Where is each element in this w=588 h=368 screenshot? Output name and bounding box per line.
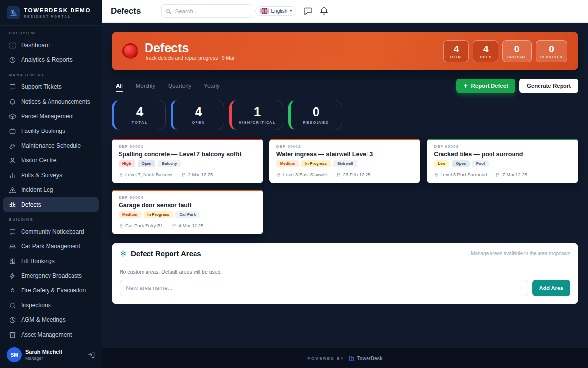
sidebar-item-inspections[interactable]: Inspections	[0, 298, 102, 313]
summary-stats: 4 TOTAL 4 OPEN 1 HIGH/CRITICAL 0 RESOLVE…	[112, 100, 578, 130]
defects-icon	[9, 201, 16, 209]
hero-subtitle: Track defects and repair progress · 9 Ma…	[145, 55, 235, 61]
tab-monthly[interactable]: Monthly	[136, 80, 155, 92]
sidebar-item-maintenance-schedule[interactable]: Maintenance Schedule	[0, 138, 102, 153]
notifications-bell-icon[interactable]	[319, 6, 329, 16]
sidebar-section-items: Community Noticeboard Car Park Managemen…	[0, 224, 102, 342]
agm-icon	[9, 316, 16, 324]
defect-card-def-00001[interactable]: DEF-00001 Spalling concrete — Level 7 ba…	[112, 139, 263, 183]
incident-icon	[9, 186, 16, 194]
defect-card-def-00004[interactable]: DEF-00004 Garage door sensor fault Mediu…	[112, 190, 263, 234]
sidebar-item-parcel-management[interactable]: Parcel Management	[0, 109, 102, 124]
sidebar-item-notices-and-announcements[interactable]: Notices & Announcements	[0, 94, 102, 109]
logout-icon[interactable]	[87, 351, 95, 359]
add-area-button[interactable]: Add Area	[532, 280, 571, 296]
hero-stat-critical: 0 CRITICAL	[502, 40, 532, 62]
defects-hero: Defects Track defects and repair progres…	[112, 32, 578, 70]
card-accent-bar	[112, 139, 263, 140]
sidebar-item-label: Facility Bookings	[21, 128, 65, 134]
sidebar-nav: OVERVIEW Dashboard Analytics & Reports M…	[0, 26, 102, 343]
generate-report-button[interactable]: Generate Report	[519, 79, 578, 93]
sidebar-item-label: Maintenance Schedule	[21, 142, 81, 149]
sidebar-item-incident-log[interactable]: Incident Log	[0, 183, 102, 197]
sidebar-item-facility-bookings[interactable]: Facility Bookings	[0, 124, 102, 138]
sidebar-item-dashboard[interactable]: Dashboard	[0, 38, 102, 53]
sidebar-item-polls-and-surveys[interactable]: Polls & Surveys	[0, 168, 102, 183]
sidebar-item-label: Analytics & Reports	[21, 56, 73, 63]
defect-title: Cracked tiles — pool surround	[434, 151, 571, 158]
sidebar-item-emergency-broadcasts[interactable]: Emergency Broadcasts	[0, 268, 102, 283]
defect-meta: Level 3 Pool Surround 7 Mar 12:25	[434, 172, 571, 177]
plus-icon: +	[464, 82, 467, 89]
hero-stats: 4 TOTAL 4 OPEN 0 CRITICAL 0 RESOLVED	[443, 40, 567, 62]
analytics-icon	[9, 56, 16, 64]
date-flag-icon	[172, 223, 177, 228]
tab-all[interactable]: All	[116, 80, 123, 92]
defect-cards-grid: DEF-00001 Spalling concrete — Level 7 ba…	[112, 139, 578, 234]
app-subtitle: RESIDENT PORTAL	[24, 15, 91, 18]
sidebar-item-community-noticeboard[interactable]: Community Noticeboard	[0, 224, 102, 239]
search-input[interactable]	[161, 4, 251, 18]
sidebar-section-label-management: MANAGEMENT	[0, 67, 102, 79]
defect-badges: High Open Balcony	[119, 160, 256, 167]
summary-stat-label: RESOLVED	[303, 120, 329, 125]
defect-location: Level 3 Pool Surround	[441, 172, 487, 177]
user-profile[interactable]: SM Sarah Mitchell Manager	[0, 343, 102, 368]
status-badge: In Progress	[144, 211, 173, 218]
report-defect-button[interactable]: + Report Defect	[456, 79, 515, 93]
sidebar-item-fire-safety-and-evacuation[interactable]: Fire Safety & Evacuation	[0, 283, 102, 298]
tab-yearly[interactable]: Yearly	[204, 80, 220, 92]
sidebar-item-label: Dashboard	[21, 42, 50, 49]
towerdesk-building-icon	[7, 6, 20, 19]
defect-location-row: Level 3 East Stairwell	[276, 172, 328, 177]
sidebar-item-label: Incident Log	[21, 186, 53, 193]
date-flag-icon	[495, 172, 500, 177]
defect-meta: Level 7, North Balcony 2 Mar 12:25	[119, 172, 256, 177]
app-title: TOWERDESK DEMO	[24, 7, 91, 13]
sidebar-item-agm-and-meetings[interactable]: AGM & Meetings	[0, 313, 102, 327]
defect-title: Garage door sensor fault	[119, 202, 256, 209]
sidebar-item-visitor-centre[interactable]: Visitor Centre	[0, 153, 102, 168]
defect-card-def-00003[interactable]: DEF-00003 Cracked tiles — pool surround …	[427, 139, 578, 183]
defect-title: Water ingress — stairwell Level 3	[276, 151, 414, 158]
topbar: Defects English ▾	[102, 0, 588, 23]
sidebar-item-analytics-and-reports[interactable]: Analytics & Reports	[0, 53, 102, 67]
hero-stat-value: 4	[448, 44, 464, 53]
user-role: Manager	[25, 356, 62, 361]
app-title-block: TOWERDESK DEMO RESIDENT PORTAL	[24, 7, 91, 18]
tab-quarterly[interactable]: Quarterly	[168, 80, 191, 92]
language-selector[interactable]: English ▾	[255, 6, 296, 16]
summary-stat-value: 4	[195, 105, 202, 118]
sidebar-item-defects[interactable]: Defects	[3, 197, 99, 212]
footer: POWERED BY TowerDesk	[102, 348, 588, 368]
hero-title: Defects	[145, 41, 235, 54]
sidebar-item-label: AGM & Meetings	[21, 316, 66, 323]
polls-icon	[9, 172, 16, 179]
messages-icon[interactable]	[303, 6, 313, 16]
new-area-input[interactable]	[120, 280, 528, 296]
towerdesk-logo-icon	[348, 355, 355, 362]
status-badge: Open	[452, 160, 469, 167]
areas-hint: Manage areas available in the area dropd…	[471, 251, 570, 256]
summary-stat-open: 4 OPEN	[171, 100, 224, 130]
defect-date-row: 7 Mar 12:25	[495, 172, 527, 177]
sidebar-item-car-park-management[interactable]: Car Park Management	[0, 239, 102, 254]
sidebar-item-support-tickets[interactable]: Support Tickets	[0, 79, 102, 94]
wrench-icon	[9, 142, 16, 150]
defect-title: Spalling concrete — Level 7 balcony soff…	[119, 151, 256, 158]
sidebar-item-lift-bookings[interactable]: Lift Bookings	[0, 254, 102, 268]
bell-icon	[9, 98, 16, 105]
user-meta: Sarah Mitchell Manager	[25, 349, 62, 361]
defect-card-def-00002[interactable]: DEF-00002 Water ingress — stairwell Leve…	[270, 139, 421, 183]
calendar-icon	[9, 128, 16, 135]
tabs: AllMonthlyQuarterlyYearly	[112, 80, 220, 92]
severity-badge: Low	[434, 160, 449, 167]
location-pin-icon	[119, 223, 123, 228]
severity-badge: Medium	[276, 160, 299, 167]
avatar: SM	[7, 347, 22, 362]
location-pin-icon	[119, 172, 123, 177]
area-badge: Pool	[472, 160, 489, 167]
defect-meta: Level 3 East Stairwell 23 Feb 12:25	[276, 172, 414, 177]
areas-form: Add Area	[120, 280, 570, 296]
sidebar-item-asset-management[interactable]: Asset Management	[0, 327, 102, 342]
